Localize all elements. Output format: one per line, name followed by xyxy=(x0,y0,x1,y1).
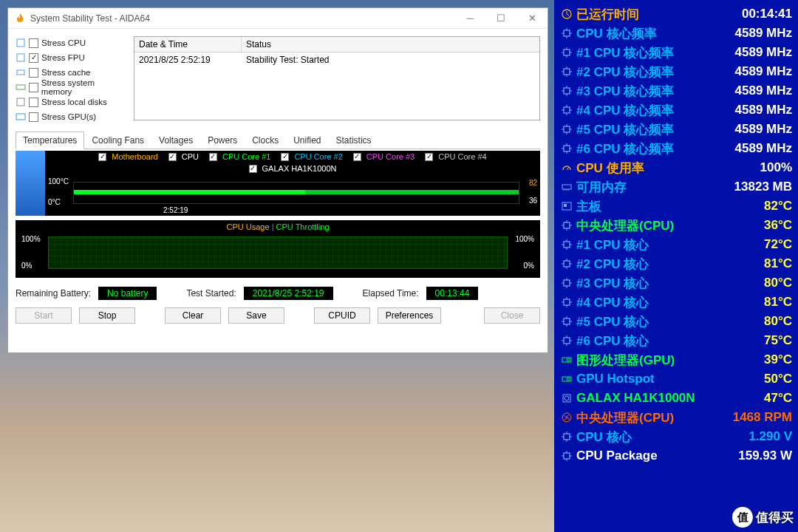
stress-checkbox[interactable] xyxy=(29,53,38,63)
osd-row-12: #1 CPU 核心72°C xyxy=(560,235,792,254)
titlebar[interactable]: System Stability Test - AIDA64 ─ ☐ ✕ xyxy=(8,8,548,29)
osd-row-23: CPU Package159.93 W xyxy=(560,446,792,466)
legend-checkbox[interactable] xyxy=(353,153,361,161)
button-bar: Start Stop Clear Save CPUID Preferences … xyxy=(16,307,540,324)
log-row[interactable]: 2021/8/25 2:52:19 Stability Test: Starte… xyxy=(134,52,539,67)
svg-rect-97 xyxy=(17,39,24,47)
svg-rect-75 xyxy=(564,338,570,344)
tab-clocks[interactable]: Clocks xyxy=(245,132,286,149)
stress-checkbox[interactable] xyxy=(29,68,38,78)
maximize-button[interactable]: ☐ xyxy=(485,8,516,29)
disk-icon xyxy=(560,393,573,403)
preferences-button[interactable]: Preferences xyxy=(378,307,441,324)
legend-checkbox[interactable] xyxy=(249,165,257,173)
stress-label: Stress GPU(s) xyxy=(41,112,96,121)
tab-voltages[interactable]: Voltages xyxy=(151,132,200,149)
close-button[interactable]: ✕ xyxy=(516,8,548,29)
clear-button[interactable]: Clear xyxy=(165,307,221,324)
svg-rect-100 xyxy=(16,85,25,89)
watermark: 值 值得买 xyxy=(732,507,794,528)
svg-rect-39 xyxy=(562,185,571,189)
save-button[interactable]: Save xyxy=(228,307,284,324)
legend-item[interactable]: CPU Core #2 xyxy=(281,152,342,161)
legend-item[interactable]: Motherboard xyxy=(98,152,157,161)
tabs: TemperaturesCooling FansVoltagesPowersCl… xyxy=(16,131,540,149)
stress-label: Stress FPU xyxy=(41,53,85,62)
legend-checkbox[interactable] xyxy=(425,153,433,161)
osd-row-6: #5 CPU 核心频率4589 MHz xyxy=(560,120,792,139)
stress-gpu[interactable]: Stress GPU(s) xyxy=(16,110,126,123)
osd-row-13: #2 CPU 核心81°C xyxy=(560,254,792,273)
cpuid-button[interactable]: CPUID xyxy=(314,307,370,324)
flame-icon xyxy=(14,13,26,24)
test-started-value: 2021/8/25 2:52:19 xyxy=(244,287,333,300)
chip-icon xyxy=(560,66,573,77)
svg-rect-23 xyxy=(564,107,570,113)
legend-item[interactable]: GALAX HA1K1000N xyxy=(249,164,337,173)
svg-point-83 xyxy=(567,378,570,381)
temperature-chart: MotherboardCPUCPU Core #1CPU Core #2CPU … xyxy=(16,151,540,216)
legend-item[interactable]: CPU xyxy=(168,152,199,161)
mem-icon xyxy=(560,182,573,192)
chip-icon xyxy=(560,47,573,58)
svg-line-2 xyxy=(567,14,569,16)
log-col-datetime[interactable]: Date & Time xyxy=(134,37,242,52)
legend-checkbox[interactable] xyxy=(168,153,177,161)
legend-checkbox[interactable] xyxy=(209,153,217,161)
fan-icon xyxy=(560,412,573,423)
osd-panel: 已运行时间00:14:41CPU 核心频率4589 MHz#1 CPU 核心频率… xyxy=(554,0,798,532)
elapsed-value: 00:13:44 xyxy=(426,287,479,300)
svg-rect-55 xyxy=(564,261,570,267)
legend-checkbox[interactable] xyxy=(98,153,106,161)
svg-rect-18 xyxy=(564,88,570,94)
svg-rect-65 xyxy=(564,299,570,305)
tab-powers[interactable]: Powers xyxy=(200,132,245,149)
chip-icon xyxy=(560,297,573,307)
osd-row-17: #6 CPU 核心75°C xyxy=(560,331,792,350)
legend-item[interactable]: CPU Core #3 xyxy=(353,152,415,161)
stress-cache[interactable]: Stress cache xyxy=(16,66,126,79)
legend-item[interactable]: CPU Core #1 xyxy=(209,152,270,161)
osd-row-14: #3 CPU 核心80°C xyxy=(560,273,792,293)
close-app-button[interactable]: Close xyxy=(484,307,540,324)
stress-checkbox[interactable] xyxy=(29,38,38,48)
stress-checkbox[interactable] xyxy=(29,98,38,107)
stress-options: Stress CPUStress FPUStress cacheStress s… xyxy=(16,36,126,125)
osd-row-3: #2 CPU 核心频率4589 MHz xyxy=(560,62,792,81)
cpu-usage-chart: CPU Usage | CPU Throttling 100% 0% 100% … xyxy=(16,220,540,278)
osd-row-11: 中央处理器(CPU)36°C xyxy=(560,216,792,235)
stress-cpu[interactable]: Stress CPU xyxy=(16,36,126,50)
battery-value: No battery xyxy=(98,287,157,300)
chip-icon xyxy=(560,259,573,269)
osd-row-8: CPU 使用率100% xyxy=(560,158,792,177)
osd-row-18: 图形处理器(GPU)39°C xyxy=(560,350,792,369)
stress-fpu[interactable]: Stress FPU xyxy=(16,51,126,64)
chart-scroll-handle[interactable] xyxy=(16,151,45,216)
osd-row-2: #1 CPU 核心频率4589 MHz xyxy=(560,43,792,62)
log-table[interactable]: Date & Time Status 2021/8/25 2:52:19 Sta… xyxy=(134,36,540,120)
log-col-status[interactable]: Status xyxy=(242,37,539,52)
stress-checkbox[interactable] xyxy=(29,83,38,92)
stress-disk[interactable]: Stress local disks xyxy=(16,95,126,109)
chip-icon xyxy=(560,278,573,288)
watermark-badge: 值 xyxy=(732,507,753,528)
osd-row-16: #5 CPU 核心80°C xyxy=(560,312,792,331)
stress-checkbox[interactable] xyxy=(29,112,38,122)
osd-row-15: #4 CPU 核心81°C xyxy=(560,293,792,312)
osd-row-4: #3 CPU 核心频率4589 MHz xyxy=(560,81,792,100)
device-icon xyxy=(16,67,26,78)
start-button[interactable]: Start xyxy=(16,307,72,324)
legend-item[interactable]: CPU Core #4 xyxy=(425,152,486,161)
svg-point-85 xyxy=(565,396,569,400)
minimize-button[interactable]: ─ xyxy=(454,8,485,29)
stress-mem[interactable]: Stress system memory xyxy=(16,81,126,94)
legend-checkbox[interactable] xyxy=(281,153,289,161)
device-icon xyxy=(16,112,26,122)
stop-button[interactable]: Stop xyxy=(79,307,135,324)
tab-statistics[interactable]: Statistics xyxy=(329,132,379,149)
tab-temperatures[interactable]: Temperatures xyxy=(16,132,84,149)
tab-cooling-fans[interactable]: Cooling Fans xyxy=(84,132,151,149)
chip-icon xyxy=(560,335,573,346)
chip-icon xyxy=(560,220,573,231)
tab-unified[interactable]: Unified xyxy=(286,132,328,149)
